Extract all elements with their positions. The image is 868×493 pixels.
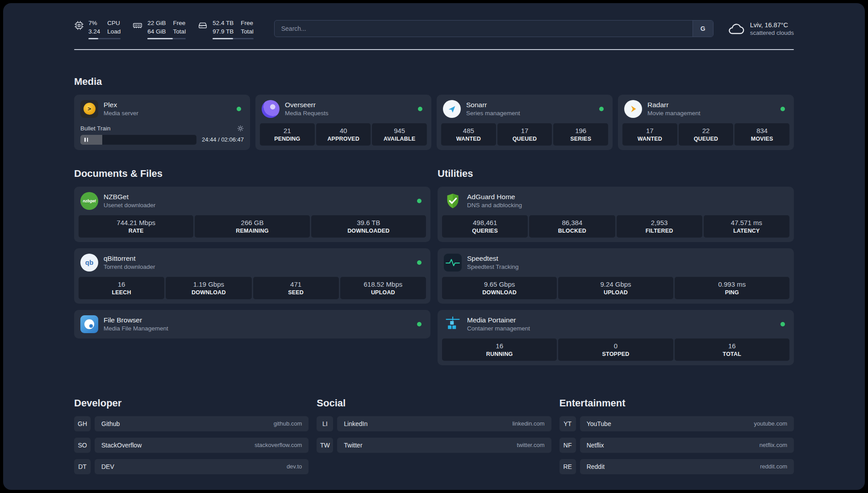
service-card-plex[interactable]: > Plex Media server Bullet Train <box>74 95 250 150</box>
stat-leech: 16 LEECH <box>79 277 164 299</box>
bookmark-abbr[interactable]: SO <box>74 438 91 453</box>
playback-time: 24:44 / 02:06:47 <box>202 136 244 143</box>
bookmark-reddit[interactable]: RE Reddit reddit.com <box>559 459 794 474</box>
service-name: Radarr <box>647 101 701 109</box>
bookmark-abbr[interactable]: RE <box>559 459 576 474</box>
qbittorrent-icon: qb <box>80 254 98 272</box>
service-description: DNS and adblocking <box>467 202 522 209</box>
service-description: Usenet downloader <box>104 202 155 209</box>
cloud-icon <box>728 22 745 35</box>
cpu-widget: 7% 3.24 CPU Load <box>74 18 121 39</box>
stat-available: 945 AVAILABLE <box>372 123 427 146</box>
bookmark-link[interactable]: Reddit reddit.com <box>580 459 794 474</box>
bookmark-link[interactable]: Github github.com <box>95 416 309 431</box>
service-card-filebrowser[interactable]: File Browser Media File Management <box>74 310 430 338</box>
stat-filtered: 2,953 FILTERED <box>617 215 702 238</box>
bookmark-abbr[interactable]: YT <box>559 416 576 431</box>
search-input[interactable] <box>275 21 693 37</box>
search-bar: G <box>274 20 714 37</box>
service-card-speedtest[interactable]: Speedtest Speedtest Tracking 9.65 Gbps D… <box>438 248 794 304</box>
disk-labels: Free Total <box>241 19 254 36</box>
cpu-icon <box>74 21 84 30</box>
status-dot <box>417 260 421 265</box>
bookmark-linkedin[interactable]: LI LinkedIn linkedin.com <box>317 416 551 431</box>
bookmark-netflix[interactable]: NF Netflix netflix.com <box>559 438 794 453</box>
bookmark-youtube[interactable]: YT YouTube youtube.com <box>559 416 794 431</box>
sonarr-icon <box>443 100 461 118</box>
section-title-documents: Documents & Files <box>74 168 430 180</box>
bookmark-twitter[interactable]: TW Twitter twitter.com <box>317 438 551 453</box>
pause-icon[interactable] <box>84 138 88 142</box>
bookmark-link[interactable]: LinkedIn linkedin.com <box>337 416 551 431</box>
stat-wanted: 485 WANTED <box>441 123 496 146</box>
bookmark-link[interactable]: DEV dev.to <box>95 459 309 474</box>
bookmark-github[interactable]: GH Github github.com <box>74 416 309 431</box>
stat-downloaded: 39.6 TB DOWNLOADED <box>311 215 426 238</box>
service-card-overseerr[interactable]: Overseerr Media Requests 21 PENDING 40 A… <box>255 95 431 150</box>
dashboard: 7% 3.24 CPU Load 22 GiB <box>3 3 865 490</box>
disk-usage-bar <box>213 38 254 39</box>
overseerr-icon <box>262 100 280 118</box>
service-card-adguard[interactable]: AdGuard Home DNS and adblocking 498,461 … <box>438 187 794 242</box>
bookmark-link[interactable]: StackOverflow stackoverflow.com <box>95 438 309 453</box>
gear-icon[interactable] <box>237 125 244 132</box>
cpu-labels: CPU Load <box>107 19 121 36</box>
playback-progress-bar[interactable] <box>80 135 196 145</box>
cpu-usage-bar <box>88 38 121 39</box>
service-description: Series management <box>466 110 520 117</box>
topbar-divider <box>74 49 794 50</box>
stat-running: 16 RUNNING <box>442 338 557 361</box>
bookmark-link[interactable]: Netflix netflix.com <box>580 438 794 453</box>
stat-remaining: 266 GB REMAINING <box>195 215 309 238</box>
stat-blocked: 86,384 BLOCKED <box>529 215 615 238</box>
bookmark-abbr[interactable]: TW <box>317 438 333 453</box>
bookmark-abbr[interactable]: LI <box>317 416 333 431</box>
service-description: Media Requests <box>285 110 329 117</box>
service-card-sonarr[interactable]: Sonarr Series management 485 WANTED 17 Q… <box>437 95 613 150</box>
stat-ping: 0.993 ms PING <box>675 277 789 299</box>
search-provider-button[interactable]: G <box>693 21 713 37</box>
status-dot <box>417 322 421 326</box>
service-name: AdGuard Home <box>467 193 522 201</box>
stat-queued: 17 QUEUED <box>497 123 552 146</box>
bookmark-abbr[interactable]: NF <box>559 438 576 453</box>
section-title-entertainment: Entertainment <box>559 397 794 409</box>
memory-icon <box>132 21 143 30</box>
service-description: Speedtest Tracking <box>467 263 519 270</box>
adguard-icon <box>444 192 462 210</box>
stat-queries: 498,461 QUERIES <box>442 215 528 238</box>
stat-total: 16 TOTAL <box>675 338 789 361</box>
filebrowser-icon <box>80 315 98 333</box>
stat-pending: 21 PENDING <box>260 123 315 146</box>
service-card-nzbget[interactable]: nzbget NZBGet Usenet downloader 744.21 M… <box>74 187 430 242</box>
disk-icon <box>197 21 208 30</box>
status-dot <box>780 107 785 111</box>
service-name: qBittorrent <box>104 255 155 263</box>
service-card-radarr[interactable]: Radarr Movie management 17 WANTED 22 QUE… <box>618 95 794 150</box>
status-dot <box>418 107 422 111</box>
service-card-portainer[interactable]: Media Portainer Container management 16 … <box>438 310 794 365</box>
stat-series: 196 SERIES <box>553 123 608 146</box>
service-name: Sonarr <box>466 101 520 109</box>
stat-wanted: 17 WANTED <box>622 123 677 146</box>
status-dot <box>599 107 604 111</box>
status-dot <box>237 107 241 111</box>
topbar: 7% 3.24 CPU Load 22 GiB <box>74 18 794 39</box>
stat-upload: 618.52 Mbps UPLOAD <box>340 277 426 299</box>
speedtest-icon <box>444 254 462 272</box>
weather-location: Lviv, 16.87°C <box>750 21 794 29</box>
portainer-icon <box>444 315 462 333</box>
bookmark-stackoverflow[interactable]: SO StackOverflow stackoverflow.com <box>74 438 309 453</box>
bookmark-abbr[interactable]: DT <box>74 459 91 474</box>
stat-seed: 471 SEED <box>253 277 339 299</box>
status-dot <box>417 199 421 203</box>
service-description: Media server <box>104 110 138 117</box>
stat-latency: 47.571 ms LATENCY <box>704 215 789 238</box>
bookmark-abbr[interactable]: GH <box>74 416 91 431</box>
bookmark-dev[interactable]: DT DEV dev.to <box>74 459 309 474</box>
service-card-qbittorrent[interactable]: qb qBittorrent Torrent downloader 16 LEE… <box>74 248 430 304</box>
stat-stopped: 0 STOPPED <box>558 338 673 361</box>
bookmark-link[interactable]: Twitter twitter.com <box>337 438 551 453</box>
memory-widget: 22 GiB 64 GiB Free Total <box>132 18 186 39</box>
bookmark-link[interactable]: YouTube youtube.com <box>580 416 794 431</box>
